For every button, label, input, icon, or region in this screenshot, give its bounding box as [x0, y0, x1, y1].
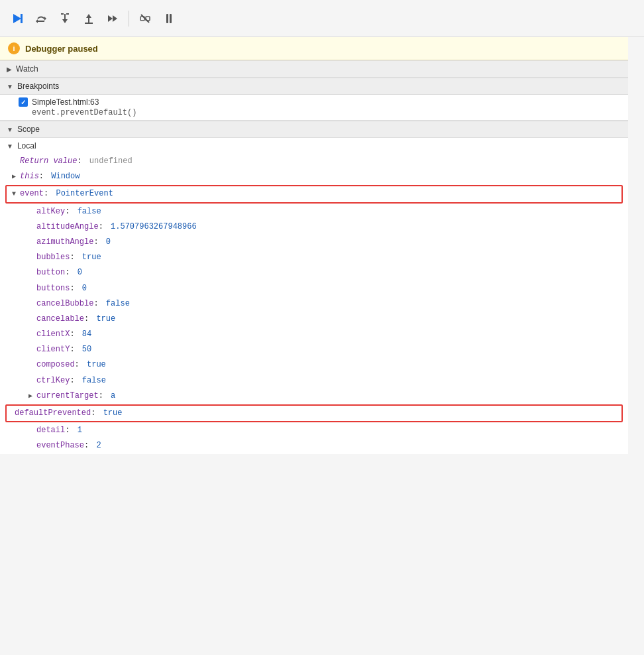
clientx-value: 84: [82, 328, 91, 341]
svg-rect-18: [170, 14, 172, 23]
cancelbubble-row: cancelBubble : false: [0, 296, 628, 312]
ctrlkey-value: false: [82, 375, 106, 387]
local-section-header[interactable]: ▼ Local: [0, 138, 628, 154]
scope-triangle: ▼: [7, 126, 13, 133]
event-key: event: [20, 188, 44, 200]
breakpoint-file-name: SimpleTest.html:63: [32, 97, 99, 107]
defaultprevented-key: defaultPrevented: [15, 407, 91, 420]
info-icon: i: [8, 42, 20, 54]
currenttarget-row[interactable]: ▶ currentTarget : a: [0, 388, 628, 404]
ctrlkey-key: ctrlKey: [36, 375, 70, 387]
step-over-button[interactable]: [30, 8, 52, 29]
resume-button[interactable]: [7, 8, 28, 29]
breakpoints-label: Breakpoints: [17, 82, 59, 91]
azimuthangle-key: azimuthAngle: [36, 236, 93, 249]
button-value: 0: [78, 267, 82, 279]
composed-key: composed: [36, 359, 75, 371]
breakpoints-triangle: ▼: [7, 83, 13, 90]
cancelable-key: cancelable: [36, 313, 84, 326]
event-value: PointerEvent: [56, 188, 113, 200]
bubbles-row: bubbles : true: [0, 250, 628, 265]
button-row: button : 0: [0, 265, 628, 280]
step-into-button[interactable]: [54, 8, 76, 29]
button-key: button: [36, 267, 65, 279]
this-value: Window: [51, 170, 80, 183]
svg-marker-13: [113, 15, 117, 22]
svg-marker-10: [86, 14, 91, 18]
currenttarget-key: currentTarget: [36, 390, 99, 402]
detail-value: 1: [78, 424, 82, 437]
azimuthangle-value: 0: [106, 236, 111, 249]
watch-section-header[interactable]: ▶ Watch: [0, 60, 628, 78]
event-row[interactable]: ▼ event : PointerEvent: [7, 186, 621, 202]
breakpoints-section-header[interactable]: ▼ Breakpoints: [0, 78, 628, 95]
eventphase-key: eventPhase: [36, 440, 84, 452]
cancelbubble-key: cancelBubble: [36, 298, 93, 310]
eventphase-row: eventPhase : 2: [0, 438, 628, 453]
pause-on-exceptions-button[interactable]: [158, 8, 180, 29]
currenttarget-value: a: [111, 390, 115, 402]
return-value-row: Return value : undefined: [0, 154, 628, 169]
svg-marker-6: [62, 19, 68, 23]
defaultprevented-value: true: [103, 407, 123, 420]
clientx-row: clientX : 84: [0, 327, 628, 342]
event-highlight-box: ▼ event : PointerEvent: [5, 185, 623, 203]
cancelable-value: true: [96, 313, 115, 326]
this-row[interactable]: ▶ this : Window: [0, 169, 628, 184]
breakpoint-file-row[interactable]: SimpleTest.html:63: [19, 97, 621, 107]
svg-marker-12: [108, 15, 113, 22]
main-panel: i Debugger paused ▶ Watch ▼ Breakpoints …: [0, 37, 628, 454]
debugger-banner-text: Debugger paused: [25, 44, 98, 54]
detail-key: detail: [36, 424, 65, 437]
deactivate-breakpoints-button[interactable]: [134, 8, 156, 29]
breakpoint-code: event.preventDefault(): [19, 108, 621, 117]
this-key: this: [20, 170, 39, 183]
return-value-value: undefined: [89, 155, 133, 168]
toolbar-separator: [129, 11, 129, 27]
buttons-row: buttons : 0: [0, 281, 628, 296]
watch-triangle: ▶: [7, 66, 12, 73]
clienty-row: clientY : 50: [0, 342, 628, 357]
local-label: Local: [17, 141, 36, 150]
composed-value: true: [87, 359, 106, 371]
svg-marker-2: [44, 17, 46, 21]
altkey-row: altKey : false: [0, 204, 628, 219]
breakpoint-checkbox[interactable]: [19, 97, 28, 107]
altkey-key: altKey: [36, 206, 65, 218]
scope-label: Scope: [17, 125, 40, 134]
altkey-value: false: [78, 206, 101, 218]
eventphase-value: 2: [96, 440, 101, 452]
cancelable-row: cancelable : true: [0, 312, 628, 327]
detail-row: detail : 1: [0, 423, 628, 438]
clientx-key: clientX: [36, 328, 70, 341]
svg-rect-1: [21, 14, 23, 23]
ctrlkey-row: ctrlKey : false: [0, 373, 628, 388]
azimuthangle-row: azimuthAngle : 0: [0, 235, 628, 250]
altitudeangle-row: altitudeAngle : 1.5707963267948966: [0, 219, 628, 235]
svg-line-14: [141, 15, 149, 23]
cancelbubble-value: false: [106, 298, 130, 310]
buttons-key: buttons: [36, 282, 70, 295]
clienty-key: clientY: [36, 343, 70, 356]
step-button[interactable]: [102, 8, 123, 29]
breakpoint-item: SimpleTest.html:63 event.preventDefault(…: [0, 95, 628, 120]
buttons-value: 0: [82, 282, 87, 295]
defaultprevented-row: defaultPrevented : true: [7, 406, 621, 421]
altitudeangle-key: altitudeAngle: [36, 221, 99, 233]
debugger-toolbar: [0, 0, 644, 37]
return-value-key: Return value: [20, 155, 77, 168]
altitudeangle-value: 1.5707963267948966: [111, 221, 197, 233]
watch-label: Watch: [16, 64, 38, 74]
defaultprevented-highlight: defaultPrevented : true: [5, 404, 623, 422]
local-triangle: ▼: [7, 143, 13, 150]
scope-section-header[interactable]: ▼ Scope: [0, 121, 628, 138]
svg-marker-0: [13, 14, 21, 23]
bubbles-key: bubbles: [36, 251, 70, 264]
debugger-banner: i Debugger paused: [0, 37, 628, 60]
svg-rect-17: [166, 14, 168, 23]
svg-marker-4: [36, 19, 38, 23]
bubbles-value: true: [82, 251, 101, 264]
clienty-value: 50: [82, 343, 91, 356]
scope-content: ▼ Local Return value : undefined ▶ this …: [0, 138, 628, 454]
step-out-button[interactable]: [78, 8, 99, 29]
